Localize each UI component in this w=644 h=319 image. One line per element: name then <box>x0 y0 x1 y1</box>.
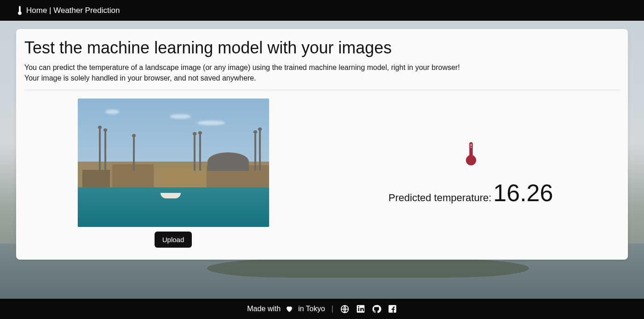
svg-rect-5 <box>471 144 472 146</box>
description-line-1: You can predict the temperature of a lan… <box>24 62 620 73</box>
footer-bar: Made with in Tokyo | <box>0 299 644 319</box>
description-line-2: Your image is solely handled in your bro… <box>24 73 620 83</box>
website-link[interactable] <box>340 304 350 314</box>
footer-made-with-suffix: in Tokyo <box>298 305 325 313</box>
footer-made-with-prefix: Made with <box>247 305 281 313</box>
github-icon <box>372 304 381 314</box>
facebook-icon <box>388 304 397 313</box>
linkedin-icon <box>356 304 365 313</box>
footer-separator: | <box>330 305 335 313</box>
svg-point-1 <box>18 11 22 15</box>
prediction-readout: Predicted temperature: 16.26 <box>389 181 553 205</box>
thermometer-icon <box>464 141 478 169</box>
upload-column: Upload <box>24 99 322 248</box>
home-link[interactable]: Home | Weather Prediction <box>26 6 120 15</box>
page-heading: Test the machine learning model with you… <box>24 38 620 58</box>
heart-icon <box>285 305 293 313</box>
prediction-label: Predicted temperature: <box>389 192 492 204</box>
header-bar: Home | Weather Prediction <box>0 0 644 21</box>
prediction-column: Predicted temperature: 16.26 <box>322 99 620 248</box>
facebook-link[interactable] <box>388 304 397 313</box>
linkedin-link[interactable] <box>356 304 365 313</box>
main-card: Test the machine learning model with you… <box>16 29 628 260</box>
divider <box>24 90 620 90</box>
upload-button[interactable]: Upload <box>155 232 192 248</box>
globe-icon <box>340 304 350 314</box>
svg-rect-6 <box>471 147 472 148</box>
thermometer-icon <box>17 6 23 16</box>
header-title: Home | Weather Prediction <box>26 6 120 15</box>
svg-point-10 <box>358 306 359 307</box>
image-preview <box>78 99 269 227</box>
svg-rect-9 <box>358 308 359 311</box>
svg-point-4 <box>466 155 476 165</box>
prediction-value: 16.26 <box>493 181 553 205</box>
github-link[interactable] <box>372 304 381 314</box>
